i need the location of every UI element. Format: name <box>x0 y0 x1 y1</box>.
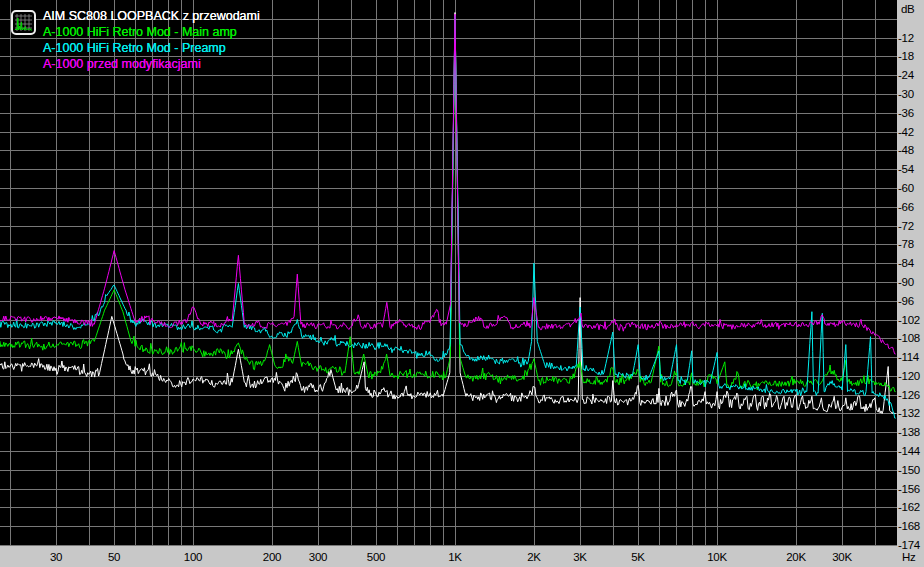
x-tick-label: 300 <box>309 551 327 563</box>
x-tick-label: 5K <box>631 551 645 563</box>
x-tick-label: 100 <box>184 551 202 563</box>
legend-item-1: A-1000 HiFi Retro Mod - Main amp <box>43 24 260 40</box>
y-tick-label: -174 <box>898 539 921 551</box>
x-tick-label: 50 <box>108 551 120 563</box>
y-tick-label: -120 <box>898 370 920 382</box>
spectrum-analyzer-window: dB-12-18-24-30-36-42-48-54-60-66-72-78-8… <box>0 0 924 567</box>
y-tick-label: -66 <box>898 201 914 213</box>
y-tick-label: -48 <box>898 144 914 156</box>
legend-item-3: A-1000 przed modyfikacjami <box>43 56 260 72</box>
x-tick-label: 20K <box>786 551 806 563</box>
y-tick-label: -60 <box>898 182 914 194</box>
y-tick-label: -54 <box>898 163 915 175</box>
y-tick-label: -126 <box>898 389 920 401</box>
spectrum-icon <box>11 10 36 35</box>
x-tick-label: 2K <box>527 551 541 563</box>
y-tick-label: -72 <box>898 220 914 232</box>
x-tick-label: 10K <box>707 551 727 563</box>
y-tick-label: -144 <box>898 445 921 457</box>
y-tick-label: -162 <box>898 501 920 513</box>
legend-item-2: A-1000 HiFi Retro Mod - Preamp <box>43 40 260 56</box>
spectrum-chart: dB-12-18-24-30-36-42-48-54-60-66-72-78-8… <box>0 0 924 567</box>
x-tick-label: 500 <box>367 551 385 563</box>
y-axis-unit: dB <box>901 3 915 15</box>
x-tick-label: 3K <box>573 551 587 563</box>
y-tick-label: -18 <box>898 50 914 62</box>
y-tick-label: -24 <box>898 69 915 81</box>
x-tick-label: 30 <box>50 551 62 563</box>
y-tick-label: -78 <box>898 238 914 250</box>
legend: AIM SC808 LOOPBACK z przewodami A-1000 H… <box>11 8 260 72</box>
y-tick-label: -138 <box>898 426 920 438</box>
plot-background <box>0 0 897 546</box>
y-tick-label: -156 <box>898 483 920 495</box>
y-tick-label: -114 <box>898 351 920 363</box>
y-tick-label: -102 <box>898 314 920 326</box>
y-tick-label: -42 <box>898 126 914 138</box>
x-tick-label: 1K <box>448 551 462 563</box>
y-tick-label: -84 <box>898 257 915 269</box>
y-tick-label: -150 <box>898 464 920 476</box>
y-tick-label: -30 <box>898 88 914 100</box>
y-tick-label: -36 <box>898 107 914 119</box>
x-tick-label: 200 <box>263 551 281 563</box>
y-tick-label: -168 <box>898 520 920 532</box>
y-tick-label: -12 <box>898 32 914 44</box>
legend-item-0: AIM SC808 LOOPBACK z przewodami <box>43 8 260 24</box>
y-tick-label: -132 <box>898 407 920 419</box>
x-axis-unit: Hz <box>902 551 916 563</box>
legend-rows: AIM SC808 LOOPBACK z przewodami A-1000 H… <box>43 8 260 72</box>
y-tick-label: -96 <box>898 295 914 307</box>
y-tick-label: -108 <box>898 332 920 344</box>
y-tick-label: -90 <box>898 276 914 288</box>
x-tick-label: 30K <box>832 551 852 563</box>
